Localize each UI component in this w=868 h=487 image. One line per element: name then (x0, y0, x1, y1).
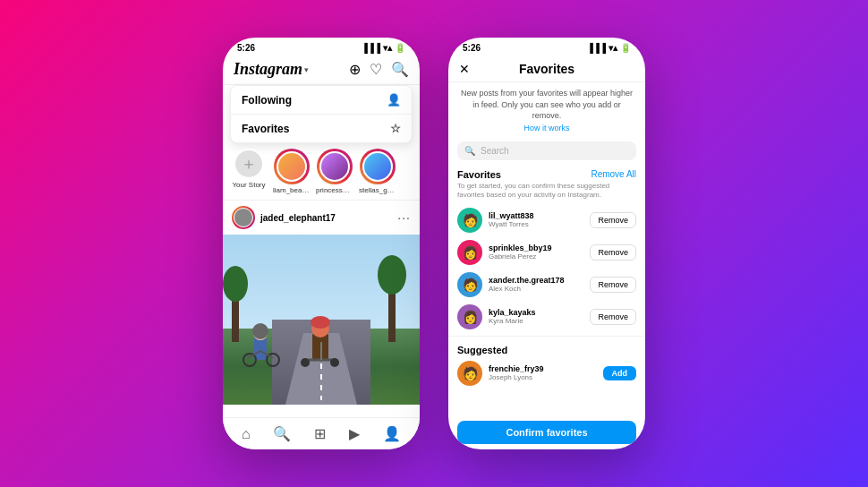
favorites-label: Favorites (242, 123, 289, 135)
story-avatar-3 (362, 151, 393, 182)
star-icon: ☆ (390, 122, 401, 135)
story-avatar-2 (319, 151, 350, 182)
add-button-1[interactable]: Add (603, 366, 637, 380)
search-bar[interactable]: 🔍 Search (457, 141, 636, 160)
stories-row: ＋ Your Story liam_bean... princess_p... (223, 143, 420, 201)
remove-button-4[interactable]: Remove (590, 309, 636, 325)
status-bar-1: 5:26 ▐▐▐ ▾▴ 🔋 (223, 38, 420, 56)
svg-point-10 (301, 358, 310, 367)
svg-point-11 (330, 358, 339, 367)
scene-svg (223, 235, 420, 405)
how-it-works-link[interactable]: How it works (448, 124, 645, 138)
section-divider (448, 336, 645, 337)
post-header: jaded_elephant17 ··· (223, 201, 420, 235)
user-info-5: frenchie_fry39 Joseph Lyons (489, 364, 597, 381)
nav-add-icon[interactable]: ⊞ (314, 425, 326, 442)
story-label-1: liam_bean... (273, 186, 311, 194)
avatar-xander: 🧑 (457, 272, 482, 297)
post-image (223, 235, 420, 405)
user-handle-3: xander.the.great178 (489, 276, 583, 285)
bottom-nav: ⌂ 🔍 ⊞ ▶ 👤 (223, 417, 420, 449)
feed-header: Instagram ▾ ⊕ ♡ 🔍 (223, 56, 420, 85)
battery-icon: 🔋 (395, 43, 405, 53)
story-item-1[interactable]: liam_bean... (273, 149, 311, 194)
confirm-btn-row: Confirm favorites (448, 415, 645, 449)
user-handle-4: kyla_kayaks (489, 308, 583, 317)
story-item-3[interactable]: stellas_gr0... (359, 149, 396, 194)
avatar-sprinkles: 👩 (457, 240, 482, 265)
story-item-your[interactable]: ＋ Your Story (230, 149, 268, 194)
wifi-icon-2: ▾▴ (608, 43, 617, 53)
user-name-1: Wyatt Torres (489, 220, 583, 228)
search-icon[interactable]: 🔍 (391, 61, 409, 78)
post-more-button[interactable]: ··· (397, 210, 411, 225)
user-name-2: Gabriela Perez (489, 252, 583, 261)
following-icon: 👤 (387, 93, 401, 107)
story-label-2: princess_p... (316, 186, 353, 194)
user-name-4: Kyra Marie (489, 317, 583, 325)
remove-button-1[interactable]: Remove (590, 212, 636, 228)
user-handle-1: lil_wyatt838 (489, 211, 583, 220)
table-row: 👩 kyla_kayaks Kyra Marie Remove (448, 301, 645, 333)
user-info-1: lil_wyatt838 Wyatt Torres (489, 211, 583, 228)
status-time-2: 5:26 (463, 43, 481, 53)
svg-point-1 (223, 266, 248, 302)
status-bar-2: 5:26 ▐▐▐ ▾▴ 🔋 (448, 38, 645, 56)
header-action-icons: ⊕ ♡ 🔍 (349, 61, 409, 78)
status-icons-1: ▐▐▐ ▾▴ 🔋 (362, 43, 405, 53)
user-name-5: Joseph Lyons (489, 373, 597, 381)
phone-feed: 5:26 ▐▐▐ ▾▴ 🔋 Instagram ▾ ⊕ ♡ 🔍 Followin… (223, 38, 420, 449)
user-info-2: sprinkles_bby19 Gabriela Perez (489, 244, 583, 261)
following-menu-item[interactable]: Following 👤 (231, 86, 412, 115)
your-story-avatar: ＋ (234, 149, 264, 179)
suggested-section-title: Suggested (457, 345, 507, 355)
nav-profile-icon[interactable]: 👤 (383, 425, 401, 442)
post-user-info[interactable]: jaded_elephant17 (232, 206, 336, 229)
favorites-hint: To get started, you can confirm these su… (448, 182, 645, 204)
story-label-3: stellas_gr0... (359, 186, 396, 194)
confirm-favorites-button[interactable]: Confirm favorites (457, 421, 636, 444)
post-avatar (234, 208, 253, 227)
favorites-title: Favorites (519, 62, 574, 76)
story-ring-3 (360, 149, 396, 184)
user-info-3: xander.the.great178 Alex Koch (489, 276, 583, 293)
story-ring-1 (274, 149, 310, 184)
heart-icon[interactable]: ♡ (370, 61, 382, 78)
nav-search-icon[interactable]: 🔍 (273, 425, 291, 442)
avatar-frenchie: 🧑 (457, 361, 482, 386)
add-post-icon[interactable]: ⊕ (349, 61, 361, 78)
post-avatar-ring (232, 206, 255, 229)
instagram-logo: Instagram (234, 60, 302, 79)
search-placeholder-text: Search (481, 146, 509, 156)
your-story-label: Your Story (230, 181, 268, 189)
nav-home-icon[interactable]: ⌂ (242, 426, 251, 442)
feed-dropdown-menu: Following 👤 Favorites ☆ (230, 85, 413, 143)
user-handle-5: frenchie_fry39 (489, 364, 597, 373)
table-row: 👩 sprinkles_bby19 Gabriela Perez Remove (448, 236, 645, 269)
table-row: 🧑 lil_wyatt838 Wyatt Torres Remove (448, 204, 645, 236)
user-handle-2: sprinkles_bby19 (489, 244, 583, 252)
remove-button-3[interactable]: Remove (590, 277, 636, 293)
close-button[interactable]: ✕ (459, 62, 470, 76)
chevron-down-icon: ▾ (304, 65, 309, 74)
battery-icon-2: 🔋 (620, 43, 631, 53)
following-label: Following (242, 94, 292, 107)
status-icons-2: ▐▐▐ ▾▴ 🔋 (587, 43, 631, 53)
logo-area[interactable]: Instagram ▾ (234, 60, 309, 79)
favorites-menu-item[interactable]: Favorites ☆ (231, 115, 412, 142)
signal-icon-2: ▐▐▐ (587, 43, 606, 53)
post-username: jaded_elephant17 (260, 213, 336, 223)
nav-reels-icon[interactable]: ▶ (349, 425, 360, 442)
svg-rect-13 (254, 337, 267, 360)
remove-all-button[interactable]: Remove All (591, 169, 636, 179)
avatar-kyla: 👩 (457, 304, 482, 329)
remove-button-2[interactable]: Remove (590, 244, 636, 261)
user-info-4: kyla_kayaks Kyra Marie (489, 308, 583, 325)
suggested-section-header: Suggested (448, 339, 645, 357)
story-item-2[interactable]: princess_p... (316, 149, 353, 194)
status-time-1: 5:26 (237, 43, 255, 53)
avatar-lil-wyatt: 🧑 (457, 208, 482, 233)
user-name-3: Alex Koch (489, 285, 583, 293)
phone-favorites: 5:26 ▐▐▐ ▾▴ 🔋 ✕ Favorites New posts from… (448, 38, 645, 449)
signal-icon: ▐▐▐ (362, 43, 380, 53)
